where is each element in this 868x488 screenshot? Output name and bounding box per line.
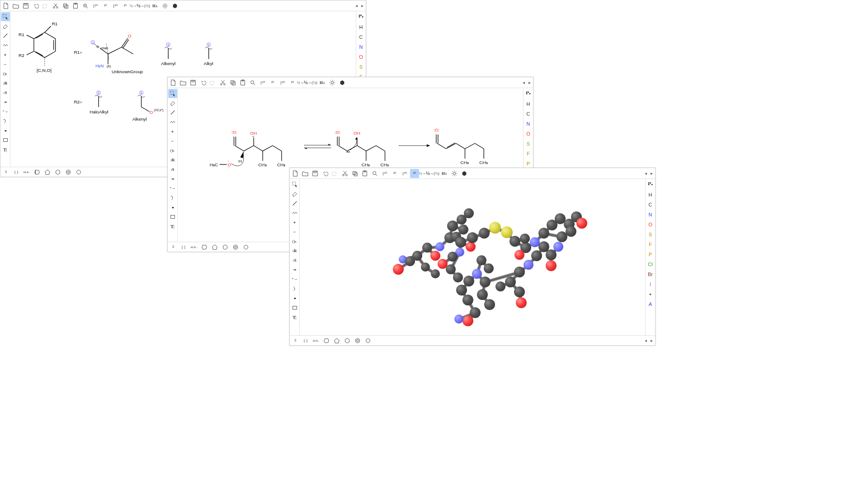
clean3d-button[interactable]: [³ᴰ	[111, 1, 120, 10]
element-F[interactable]: F	[646, 240, 655, 249]
element-N[interactable]: N	[646, 211, 655, 219]
bracket-tool[interactable]: ()ₙ	[290, 237, 299, 246]
bond-tool[interactable]	[290, 199, 299, 208]
layout3d-button[interactable]: ³ᴰ	[410, 169, 419, 178]
bracket-template[interactable]: [ ]	[301, 336, 310, 345]
element-N[interactable]: N	[524, 120, 533, 128]
layout3d-button[interactable]: ³ᴰ	[121, 1, 130, 10]
template-4[interactable]	[33, 168, 42, 177]
template-4[interactable]	[322, 336, 331, 345]
electron-pair-tool[interactable]: ••	[1, 126, 10, 135]
element-P[interactable]: P	[646, 250, 655, 258]
element-O[interactable]: O	[524, 130, 533, 138]
template-4[interactable]	[200, 243, 209, 252]
redo-button[interactable]	[330, 169, 340, 178]
rgroup-tool[interactable]: :R	[1, 79, 10, 88]
erase-tool[interactable]	[290, 189, 299, 198]
expand-button[interactable]: ⇳	[169, 243, 178, 252]
select-tool[interactable]	[290, 180, 299, 189]
paste-button[interactable]	[238, 78, 247, 87]
alk-template[interactable]: ALK..	[22, 168, 31, 177]
benzene-template[interactable]	[353, 336, 362, 345]
help-button[interactable]	[338, 78, 347, 87]
cyclohexane-template[interactable]	[53, 168, 62, 177]
save-button[interactable]	[311, 169, 320, 178]
copy-button[interactable]	[350, 169, 359, 178]
layout2d-button[interactable]: ²ᴰ	[101, 1, 110, 10]
clean2d-button[interactable]: [²ᴰ	[258, 78, 267, 87]
bracket-tool[interactable]: ()ₙ	[168, 146, 177, 155]
plus-tool[interactable]: ⁺→	[1, 107, 10, 116]
cyclopentane-template[interactable]	[43, 168, 52, 177]
open-button[interactable]	[301, 169, 310, 178]
benzene-template[interactable]	[231, 243, 240, 252]
alk-template[interactable]: ALK..	[189, 243, 198, 252]
element-Cl[interactable]: Cl	[646, 260, 655, 268]
frame-tool[interactable]	[290, 303, 299, 312]
arrow-tool[interactable]: ↠	[290, 265, 299, 274]
charge-plus-tool[interactable]: +	[168, 127, 177, 136]
bracket-template[interactable]: [ ]	[12, 168, 21, 177]
new-button[interactable]	[1, 1, 10, 10]
select-tool[interactable]	[1, 12, 10, 21]
nav-arrows[interactable]: ◂▸	[521, 79, 532, 86]
text-tool[interactable]: T|	[168, 222, 177, 231]
chain-tool[interactable]	[168, 117, 177, 127]
plus-tool[interactable]: ⁺→	[168, 184, 177, 193]
save-button[interactable]	[21, 1, 30, 10]
mapping-tool[interactable]	[1, 117, 10, 126]
erase-tool[interactable]	[168, 99, 177, 108]
undo-button[interactable]	[198, 78, 208, 87]
open-button[interactable]	[11, 1, 20, 10]
element-S[interactable]: S	[357, 63, 365, 71]
cut-button[interactable]	[51, 1, 60, 10]
hydrogens-button[interactable]: H±	[440, 169, 449, 178]
element-H[interactable]: H	[646, 191, 655, 199]
paste-button[interactable]	[360, 169, 369, 178]
undo-button[interactable]	[31, 1, 40, 10]
clean3d-button[interactable]: [³ᴰ	[400, 169, 409, 178]
layout2d-button[interactable]: ²ᴰ	[268, 78, 277, 87]
undo-button[interactable]	[321, 169, 330, 178]
charge-minus-tool[interactable]: −	[290, 227, 299, 236]
dearomatize-button[interactable]: →(½)	[430, 169, 439, 178]
alk-template[interactable]: ALK..	[311, 336, 321, 345]
nav-arrows[interactable]: ◂▸	[643, 170, 654, 177]
new-button[interactable]	[169, 78, 178, 87]
bond-tool[interactable]	[1, 31, 10, 40]
sgroup-tool[interactable]: :S	[168, 165, 177, 174]
canvas-area-3[interactable]	[300, 179, 645, 335]
sgroup-tool[interactable]: :S	[1, 88, 10, 97]
element-C[interactable]: C	[646, 201, 655, 209]
arrow-tool[interactable]: ↠	[168, 174, 177, 183]
element-I[interactable]: I	[646, 280, 655, 288]
element-F[interactable]: F	[524, 150, 533, 158]
help-button[interactable]	[460, 169, 469, 178]
cut-button[interactable]	[218, 78, 227, 87]
charge-minus-tool[interactable]: −	[1, 60, 10, 69]
element-S[interactable]: S	[646, 230, 655, 239]
element-C[interactable]: C	[357, 33, 365, 41]
redo-button[interactable]	[208, 78, 217, 87]
nav-arrows[interactable]: ◂▸	[354, 2, 365, 9]
bracket-tool[interactable]: ()ₙ	[1, 69, 10, 78]
element-Br[interactable]: Br	[646, 270, 655, 278]
cycloheptane-template[interactable]	[363, 336, 373, 345]
cyclopentane-template[interactable]	[210, 243, 219, 252]
text-tool[interactable]: T|	[1, 145, 10, 154]
periodic-table-button[interactable]	[646, 180, 655, 189]
zoom-fit-button[interactable]	[81, 1, 90, 10]
element-P[interactable]: P	[524, 160, 533, 168]
open-button[interactable]	[179, 78, 188, 87]
paste-button[interactable]	[71, 1, 80, 10]
layout2d-button[interactable]: ²ᴰ	[390, 169, 399, 178]
electron-pair-tool[interactable]: ••	[168, 203, 177, 212]
nav-arrows-bottom[interactable]: ◂▸	[643, 337, 654, 344]
select-tool[interactable]	[168, 89, 177, 98]
benzene-template[interactable]	[64, 168, 73, 177]
cyclohexane-template[interactable]	[343, 336, 352, 345]
copy-button[interactable]	[228, 78, 237, 87]
rgroup-tool[interactable]: :R	[290, 246, 299, 255]
element-O[interactable]: O	[646, 221, 655, 229]
text-tool[interactable]: T|	[290, 313, 299, 322]
